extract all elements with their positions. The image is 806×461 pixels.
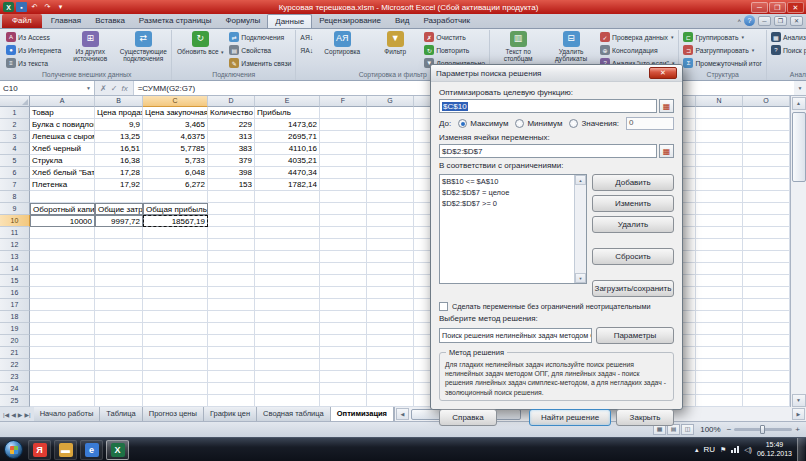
cell-C23[interactable] bbox=[143, 371, 208, 383]
cell-E2[interactable]: 1473,62 bbox=[255, 119, 320, 131]
page-break-view-button[interactable]: ◫ bbox=[681, 424, 694, 435]
row-header-17[interactable]: 17 bbox=[0, 299, 30, 311]
cell-F14[interactable] bbox=[320, 263, 367, 275]
cell-O12[interactable] bbox=[743, 239, 790, 251]
cell-F6[interactable] bbox=[320, 167, 367, 179]
ribbon-tab-Данные[interactable]: Данные bbox=[267, 14, 312, 28]
show-desktop-button[interactable] bbox=[797, 438, 805, 461]
cell-F22[interactable] bbox=[320, 359, 367, 371]
column-header-B[interactable]: B bbox=[95, 96, 143, 107]
workbook-close-button[interactable]: ✕ bbox=[790, 16, 803, 26]
cell-N19[interactable] bbox=[696, 323, 743, 335]
cell-C4[interactable]: 5,7785 bbox=[143, 143, 208, 155]
cell-F21[interactable] bbox=[320, 347, 367, 359]
cell-A9[interactable]: Оборотный капитал bbox=[30, 203, 95, 215]
cell-B23[interactable] bbox=[95, 371, 143, 383]
cell-F7[interactable] bbox=[320, 179, 367, 191]
cell-C25[interactable] bbox=[143, 395, 208, 407]
cell-D10[interactable] bbox=[208, 215, 255, 227]
cell-F12[interactable] bbox=[320, 239, 367, 251]
reset-button[interactable]: Сбросить bbox=[592, 248, 674, 265]
cell-N7[interactable] bbox=[696, 179, 743, 191]
hidden-icons-icon[interactable]: ▴ bbox=[695, 446, 699, 454]
cell-G25[interactable] bbox=[367, 395, 414, 407]
group-button[interactable]: ⊏Группировать▾ bbox=[682, 31, 762, 43]
cell-E25[interactable] bbox=[255, 395, 320, 407]
cell-N12[interactable] bbox=[696, 239, 743, 251]
cell-C3[interactable]: 4,6375 bbox=[143, 131, 208, 143]
value-of-input[interactable]: 0 bbox=[626, 117, 674, 130]
cell-O16[interactable] bbox=[743, 287, 790, 299]
cell-D2[interactable]: 229 bbox=[208, 119, 255, 131]
qat-dropdown-icon[interactable]: ▾ bbox=[55, 2, 66, 12]
cell-N13[interactable] bbox=[696, 251, 743, 263]
cell-G19[interactable] bbox=[367, 323, 414, 335]
row-header-5[interactable]: 5 bbox=[0, 155, 30, 167]
sheet-tab-Оптимизация[interactable]: Оптимизация bbox=[331, 407, 394, 421]
row-header-1[interactable]: 1 bbox=[0, 107, 30, 119]
cell-E7[interactable]: 1782,14 bbox=[255, 179, 320, 191]
column-header-F[interactable]: F bbox=[320, 96, 367, 107]
cell-G14[interactable] bbox=[367, 263, 414, 275]
variables-input[interactable]: $D$2:$D$7 bbox=[439, 144, 657, 158]
cell-C8[interactable] bbox=[143, 191, 208, 203]
vertical-scroll-thumb[interactable] bbox=[792, 112, 806, 182]
row-header-22[interactable]: 22 bbox=[0, 359, 30, 371]
cell-G22[interactable] bbox=[367, 359, 414, 371]
volume-icon[interactable]: ◁) bbox=[744, 446, 752, 454]
cell-G20[interactable] bbox=[367, 335, 414, 347]
other-sources-button[interactable]: ⊞Из других источников bbox=[65, 31, 115, 62]
ungroup-button[interactable]: ⊐Разгруппировать▾ bbox=[682, 44, 762, 56]
row-header-19[interactable]: 19 bbox=[0, 323, 30, 335]
prev-sheet-button[interactable]: ◀ bbox=[11, 411, 16, 418]
constraint-item[interactable]: $D$2:$D$7 = целое bbox=[442, 187, 572, 198]
cell-F4[interactable] bbox=[320, 143, 367, 155]
sheet-tab-Прогноз цены[interactable]: Прогноз цены bbox=[143, 407, 204, 421]
row-header-4[interactable]: 4 bbox=[0, 143, 30, 155]
cell-G17[interactable] bbox=[367, 299, 414, 311]
cell-E21[interactable] bbox=[255, 347, 320, 359]
action-center-icon[interactable]: ⚑ bbox=[720, 446, 726, 454]
undo-icon[interactable]: ↶ bbox=[29, 2, 40, 12]
cell-D23[interactable] bbox=[208, 371, 255, 383]
cell-D7[interactable]: 153 bbox=[208, 179, 255, 191]
cell-F20[interactable] bbox=[320, 335, 367, 347]
cell-F1[interactable] bbox=[320, 107, 367, 119]
existing-connections-button[interactable]: ⇄Существующие подключения bbox=[118, 31, 168, 62]
row-header-20[interactable]: 20 bbox=[0, 335, 30, 347]
insert-function-icon[interactable]: fx bbox=[121, 84, 127, 93]
cell-A23[interactable] bbox=[30, 371, 95, 383]
help-button[interactable]: Справка bbox=[439, 409, 497, 426]
cell-C18[interactable] bbox=[143, 311, 208, 323]
cell-A7[interactable]: Плетенка bbox=[30, 179, 95, 191]
column-header-O[interactable]: O bbox=[743, 96, 790, 107]
cell-D19[interactable] bbox=[208, 323, 255, 335]
cell-A5[interactable]: Струкла bbox=[30, 155, 95, 167]
cell-N14[interactable] bbox=[696, 263, 743, 275]
delete-constraint-button[interactable]: Удалить bbox=[592, 216, 674, 233]
sheet-tab-Начало работы[interactable]: Начало работы bbox=[34, 407, 101, 421]
cell-O15[interactable] bbox=[743, 275, 790, 287]
cell-N16[interactable] bbox=[696, 287, 743, 299]
explorer-folder-icon[interactable]: ▬ bbox=[54, 440, 77, 460]
subtotal-button[interactable]: ΣПромежуточный итог bbox=[682, 57, 762, 69]
change-constraint-button[interactable]: Изменить bbox=[592, 195, 674, 212]
cell-G23[interactable] bbox=[367, 371, 414, 383]
cell-N9[interactable] bbox=[696, 203, 743, 215]
redo-icon[interactable]: ↷ bbox=[42, 2, 53, 12]
consolidate-button[interactable]: ⊕Консолидация bbox=[599, 44, 675, 56]
solve-button[interactable]: Найти решение bbox=[529, 409, 611, 426]
cell-N6[interactable] bbox=[696, 167, 743, 179]
dialog-title-bar[interactable]: Параметры поиска решения ✕ bbox=[431, 65, 682, 82]
properties-button[interactable]: ▤Свойства bbox=[228, 44, 292, 56]
cell-A13[interactable] bbox=[30, 251, 95, 263]
cell-F9[interactable] bbox=[320, 203, 367, 215]
cell-G9[interactable] bbox=[367, 203, 414, 215]
cell-O13[interactable] bbox=[743, 251, 790, 263]
ribbon-tab-Разработчик[interactable]: Разработчик bbox=[416, 14, 477, 28]
row-header-11[interactable]: 11 bbox=[0, 227, 30, 239]
start-button[interactable] bbox=[4, 440, 23, 459]
cell-C22[interactable] bbox=[143, 359, 208, 371]
cell-F19[interactable] bbox=[320, 323, 367, 335]
cell-E16[interactable] bbox=[255, 287, 320, 299]
